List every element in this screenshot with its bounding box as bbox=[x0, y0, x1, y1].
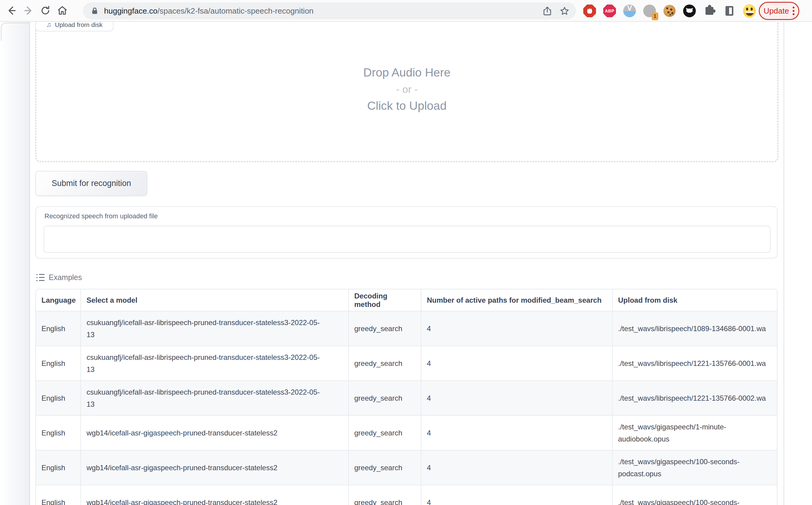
example-cell[interactable]: wgb14/icefall-asr-gigaspeech-pruned-tran… bbox=[81, 415, 349, 450]
github-icon[interactable] bbox=[683, 5, 696, 17]
back-button[interactable] bbox=[3, 2, 20, 19]
example-row[interactable]: Englishwgb14/icefall-asr-gigaspeech-prun… bbox=[36, 415, 778, 450]
examples-header: Examples bbox=[36, 273, 82, 282]
example-cell[interactable]: ./test_wavs/gigaspeech/100-seconds- bbox=[612, 485, 778, 505]
or-text: - or - bbox=[35, 81, 779, 98]
browser-window: huggingface.co/spaces/k2-fsa/automatic-s… bbox=[0, 0, 812, 505]
example-cell[interactable]: csukuangfj/icefall-asr-librispeech-prune… bbox=[81, 311, 349, 346]
example-row[interactable]: Englishwgb14/icefall-asr-gigaspeech-prun… bbox=[36, 485, 778, 505]
example-cell[interactable]: ./test_wavs/gigaspeech/100-seconds- podc… bbox=[612, 450, 778, 485]
profile-avatar-smiley[interactable] bbox=[743, 5, 756, 17]
left-gutter bbox=[0, 22, 30, 505]
column-header: Decoding method bbox=[349, 289, 421, 311]
example-cell[interactable]: 4 bbox=[421, 346, 612, 381]
example-cell[interactable]: greedy_search bbox=[349, 346, 421, 381]
notification-extension-icon[interactable]: 1 bbox=[643, 5, 656, 17]
bookmark-star-icon[interactable] bbox=[560, 6, 569, 16]
url-bar[interactable]: huggingface.co/spaces/k2-fsa/automatic-s… bbox=[83, 2, 576, 19]
example-cell[interactable]: greedy_search bbox=[349, 415, 421, 450]
example-cell[interactable]: English bbox=[36, 485, 81, 505]
example-row[interactable]: Englishcsukuangfj/icefall-asr-librispeec… bbox=[36, 346, 778, 381]
example-cell[interactable]: ./test_wavs/gigaspeech/1-minute- audiobo… bbox=[612, 415, 778, 450]
right-gutter bbox=[784, 22, 812, 505]
example-cell[interactable]: ./test_wavs/librispeech/1221-135766-0001… bbox=[612, 346, 778, 381]
examples-label: Examples bbox=[49, 273, 82, 282]
example-row[interactable]: Englishcsukuangfj/icefall-asr-librispeec… bbox=[36, 311, 778, 346]
example-cell[interactable]: English bbox=[36, 415, 81, 450]
example-cell[interactable]: 4 bbox=[421, 415, 612, 450]
share-icon[interactable] bbox=[543, 6, 552, 16]
example-cell[interactable]: English bbox=[36, 450, 81, 485]
example-cell[interactable]: greedy_search bbox=[349, 381, 421, 415]
update-label: Update bbox=[764, 6, 789, 16]
example-cell[interactable]: wgb14/icefall-asr-gigaspeech-pruned-tran… bbox=[81, 450, 349, 485]
example-cell[interactable]: csukuangfj/icefall-asr-librispeech-prune… bbox=[81, 381, 349, 415]
example-row[interactable]: Englishcsukuangfj/icefall-asr-librispeec… bbox=[36, 381, 778, 415]
extensions-row: ABP V 1 bbox=[583, 4, 756, 18]
dropzone-text: Drop Audio Here - or - Click to Upload bbox=[35, 64, 779, 114]
url-text: huggingface.co/spaces/k2-fsa/automatic-s… bbox=[104, 6, 535, 16]
url-host: huggingface.co bbox=[104, 6, 157, 15]
lock-icon bbox=[91, 7, 99, 15]
column-header: Number of active paths for modified_beam… bbox=[421, 289, 612, 311]
example-cell[interactable]: ./test_wavs/librispeech/1089-134686-0001… bbox=[612, 311, 778, 346]
example-cell[interactable]: 4 bbox=[421, 485, 612, 505]
example-row[interactable]: Englishwgb14/icefall-asr-gigaspeech-prun… bbox=[36, 450, 778, 485]
example-cell[interactable]: ./test_wavs/librispeech/1221-135766-0002… bbox=[612, 381, 778, 415]
cookie-extension-icon[interactable] bbox=[663, 5, 676, 17]
example-cell[interactable]: 4 bbox=[421, 450, 612, 485]
adblock-plus-icon[interactable]: ABP bbox=[603, 5, 616, 17]
upload-tab-label: Upload from disk bbox=[55, 21, 103, 28]
v-extension-icon[interactable]: V bbox=[623, 5, 636, 17]
notification-badge: 1 bbox=[652, 12, 658, 20]
examples-header-row: LanguageSelect a modelDecoding methodNum… bbox=[36, 289, 778, 311]
example-cell[interactable]: English bbox=[36, 346, 81, 381]
example-cell[interactable]: wgb14/icefall-asr-gigaspeech-pruned-tran… bbox=[81, 485, 349, 505]
browser-menu-icon[interactable] bbox=[793, 7, 794, 15]
update-button[interactable]: Update bbox=[759, 2, 799, 20]
column-header: Select a model bbox=[81, 289, 349, 311]
example-cell[interactable]: 4 bbox=[421, 311, 612, 346]
example-cell[interactable]: greedy_search bbox=[349, 311, 421, 346]
recognized-speech-panel: Recognized speech from uploaded file bbox=[35, 206, 778, 259]
url-path: /spaces/k2-fsa/automatic-speech-recognit… bbox=[157, 6, 313, 15]
recognized-speech-textbox[interactable] bbox=[43, 225, 771, 253]
forward-button[interactable] bbox=[20, 2, 37, 19]
ublock-icon[interactable] bbox=[583, 5, 596, 17]
example-cell[interactable]: English bbox=[36, 311, 81, 346]
examples-table-body: Englishcsukuangfj/icefall-asr-librispeec… bbox=[36, 311, 778, 505]
puzzle-extensions-icon[interactable] bbox=[703, 5, 716, 17]
browser-toolbar: huggingface.co/spaces/k2-fsa/automatic-s… bbox=[0, 0, 812, 22]
drop-audio-here-text: Drop Audio Here bbox=[35, 64, 779, 81]
click-to-upload-text[interactable]: Click to Upload bbox=[35, 98, 779, 114]
column-header: Upload from disk bbox=[612, 289, 778, 311]
example-cell[interactable]: 4 bbox=[421, 381, 612, 415]
list-icon bbox=[36, 274, 44, 281]
submit-for-recognition-button[interactable]: Submit for recognition bbox=[35, 171, 147, 196]
recognized-speech-label: Recognized speech from uploaded file bbox=[44, 212, 158, 220]
content-rounded-corner bbox=[1, 23, 29, 41]
music-note-icon: ♫ bbox=[46, 21, 51, 28]
reload-button[interactable] bbox=[37, 2, 54, 19]
example-cell[interactable]: csukuangfj/icefall-asr-librispeech-prune… bbox=[81, 346, 349, 381]
example-cell[interactable]: English bbox=[36, 381, 81, 415]
home-button[interactable] bbox=[54, 2, 71, 19]
examples-table: LanguageSelect a modelDecoding methodNum… bbox=[36, 289, 778, 505]
examples-table-container: LanguageSelect a modelDecoding methodNum… bbox=[35, 289, 778, 505]
example-cell[interactable]: greedy_search bbox=[349, 485, 421, 505]
panel-toggle-icon[interactable] bbox=[723, 5, 736, 17]
example-cell[interactable]: greedy_search bbox=[349, 450, 421, 485]
column-header: Language bbox=[36, 289, 81, 311]
